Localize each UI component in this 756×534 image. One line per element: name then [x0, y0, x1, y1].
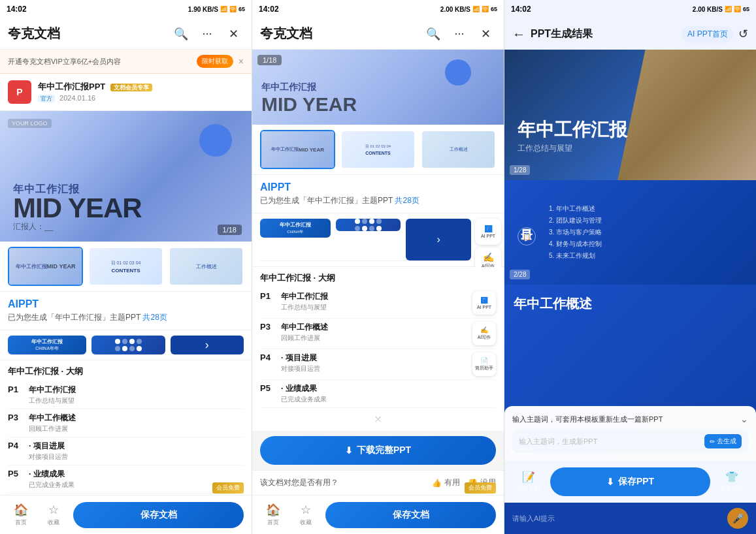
p3-slide2: 目录 📋 1. 年中工作概述 2. 团队建设与管理 3. 市场与客户策略 4. …	[504, 180, 756, 285]
p2-thumb-2[interactable]: 目 01 02 03 04 CONTENTS	[340, 130, 416, 169]
star-icon: ☆	[48, 503, 59, 517]
status-icons-2: 2.00 KB/S 📶 🛜 65	[440, 6, 497, 13]
p2-thumbnail-row: 年中工作汇报 MID YEAR 目 01 02 03 04 CONTENTS 工…	[252, 125, 504, 175]
outline-item-4: P5 · 业绩成果 已完成业务成果	[8, 465, 244, 494]
p3-slide1: 年中工作汇报 工作总结与展望 1/28	[504, 50, 756, 180]
p2-ppt-cards-container: 年中工作汇报CHINA年 › 🅿 AI PPT ✍ AI写作	[252, 213, 504, 267]
p3-placeholder-text: 输入主题词，生成新PPT	[519, 437, 700, 447]
p3-toc-item-4: 4. 财务与成本控制	[549, 238, 748, 250]
p3-slide3: 年中工作概述 3/28 输入主题词，可套用本模板重新生成一篇新PPT ⌄ 输入主…	[504, 285, 756, 461]
thumbup-icon: 👍	[432, 479, 442, 488]
ppt-preview-cards: 年中工作汇报CHINA年年 ›	[0, 330, 252, 360]
outline-content-4: · 业绩成果 已完成业务成果	[29, 469, 244, 490]
doc-item[interactable]: P 年中工作汇报PPT 文档会员专享 官方 2024.01.16	[0, 74, 252, 111]
feedback-text: 该文档对您是否有用？	[260, 477, 338, 488]
status-bar-3: 14:02 2.00 KB/S 📶 🛜 65	[504, 0, 756, 18]
more-button-2[interactable]: ···	[449, 24, 470, 44]
notif-close-btn[interactable]: ×	[238, 56, 244, 67]
outline-page-2: P3	[8, 413, 24, 422]
more-button[interactable]: ···	[197, 24, 218, 44]
panel-1: 14:02 1.90 KB/S 📶 🛜 65 夸克文档 🔍 ··· ✕ 开通夸克…	[0, 0, 252, 534]
thumb-contents[interactable]: 目 01 02 03 04 CONTENTS	[88, 247, 163, 286]
save-doc-btn-1[interactable]: 保存文档	[73, 502, 244, 528]
ppt-card-more[interactable]: ›	[171, 336, 244, 354]
p2-save-doc-btn[interactable]: 保存文档	[325, 502, 496, 528]
p3-refresh-icon[interactable]: ↺	[738, 27, 748, 41]
p3-dropdown-text: 输入主题词，可套用本模板重新生成一篇新PPT	[512, 415, 663, 424]
outline-page-1: P1	[8, 385, 24, 394]
download-icon: ⬇	[345, 445, 353, 456]
hero-circle-decoration	[199, 124, 232, 157]
ppt-card-1[interactable]: 年中工作汇报CHINA年年	[8, 336, 86, 354]
wifi-icon: 🛜	[229, 6, 237, 12]
p3-nav: ← PPT生成结果 AI PPT首页 ↺	[504, 18, 756, 50]
thumbnail-row: 年中工作汇报 MID YEAR 目 01 02 03 04 CONTENTS 工…	[0, 242, 252, 292]
outline-section: 年中工作汇报 · 大纲 P1 年中工作汇报 工作总结与展望 P3 年中工作概述 …	[0, 360, 252, 495]
nav-bar-1: 夸克文档 🔍 ··· ✕	[0, 18, 252, 50]
p2-tool-side-1[interactable]: 🅿 AI PPT	[472, 291, 496, 315]
p3-ai-prompt-btn[interactable]: 🎤	[727, 508, 748, 529]
p2-ppt-card-2[interactable]	[336, 219, 401, 231]
outline-content-2: 年中工作概述 回顾工作进展	[29, 413, 244, 433]
download-ppt-btn[interactable]: ⬇ 下载完整PPT	[260, 436, 496, 465]
p3-change-style-btn[interactable]: 👕 更换风格	[715, 471, 748, 493]
p2-outline-title: 年中工作汇报 · 大纲	[260, 272, 496, 284]
search-button[interactable]: 🔍	[171, 24, 191, 44]
thumb-work[interactable]: 工作概述	[169, 247, 244, 286]
vip-badge-2: 会员免费	[465, 482, 496, 494]
p2-home-icon: 🏠	[266, 503, 280, 517]
chevron-down-icon: ⌄	[740, 414, 748, 424]
close-button-2[interactable]: ✕	[475, 24, 496, 44]
p3-save-ppt-btn[interactable]: ⬇ 保存PPT	[550, 467, 710, 496]
close-button[interactable]: ✕	[223, 24, 244, 44]
p3-slide1-sub: 工作总结与展望	[518, 143, 627, 154]
signal-icon: 📶	[220, 6, 227, 12]
p3-export-doc-btn[interactable]: 📝 输出文档	[512, 471, 545, 493]
search-button-2[interactable]: 🔍	[423, 24, 444, 44]
p2-close-icon[interactable]: ×	[260, 408, 496, 431]
nav-collect-1[interactable]: ☆ 收藏	[41, 503, 67, 527]
thumb-work-content: 工作概述	[170, 248, 242, 285]
outline-page-4: P5	[8, 469, 24, 479]
nav-home-1[interactable]: 🏠 首页	[8, 503, 34, 527]
p2-nav-collect[interactable]: ☆ 收藏	[293, 503, 319, 527]
p2-tool-side-3[interactable]: 📄 简历助手	[472, 353, 496, 376]
outline-title: 年中工作汇报 · 大纲	[8, 366, 244, 377]
aippt-count: 共28页	[142, 313, 167, 322]
p3-slide2-pagenum: 2/28	[510, 270, 530, 279]
notif-action-btn[interactable]: 限时获取	[197, 55, 233, 68]
p2-ppt-card-1[interactable]: 年中工作汇报CHINA年	[260, 219, 331, 238]
vip-tag: 文档会员专享	[110, 84, 152, 91]
useful-btn[interactable]: 👍 有用	[432, 477, 460, 488]
status-icons-3: 2.00 KB/S 📶 🛜 65	[693, 6, 749, 13]
p2-page-badge: 1/18	[257, 55, 282, 65]
p2-ppt-cards: 年中工作汇报CHINA年 ›	[260, 219, 471, 261]
p2-ppt-card-3[interactable]: ›	[406, 219, 471, 260]
p2-tool-side-2[interactable]: ✍ AI写作	[472, 322, 496, 345]
doc-type-icon: P	[8, 80, 31, 104]
bottom-bar-2: 🏠 首页 ☆ 收藏 保存文档	[252, 495, 504, 534]
p2-nav-home[interactable]: 🏠 首页	[260, 503, 286, 527]
hero-main-title: 年中工作汇报 MID YEAR	[13, 184, 142, 222]
network-icon-2: 2.00 KB/S	[440, 6, 470, 13]
p3-back-btn[interactable]: ←	[512, 27, 525, 42]
p2-aippt-tool[interactable]: 🅿 AI PPT	[475, 219, 501, 245]
p3-generate-btn[interactable]: ✏ 去生成	[704, 434, 742, 448]
p3-contents-title: 目录	[519, 219, 534, 222]
p3-home-btn[interactable]: AI PPT首页	[682, 26, 733, 42]
p2-thumb-3[interactable]: 工作概述	[421, 130, 496, 169]
wifi-icon-3: 🛜	[734, 6, 741, 12]
p3-nav-title: PPT生成结果	[531, 27, 677, 41]
thumb-mid-year[interactable]: 年中工作汇报 MID YEAR	[8, 247, 83, 286]
ppt-card-2[interactable]	[91, 336, 165, 354]
wifi-icon-2: 🛜	[482, 6, 489, 12]
p3-dropdown[interactable]: 输入主题词，可套用本模板重新生成一篇新PPT ⌄	[512, 414, 748, 424]
time-3: 14:02	[511, 5, 531, 14]
p3-input-field[interactable]: 输入主题词，生成新PPT ✏ 去生成	[512, 430, 748, 453]
p2-outline-section: 年中工作汇报 · 大纲 P1 年中工作汇报 工作总结与展望 🅿 AI PPT P…	[252, 267, 504, 431]
outline-page-3: P4	[8, 441, 24, 450]
outline-content-1: 年中工作汇报 工作总结与展望	[29, 385, 244, 405]
status-icons-1: 1.90 KB/S 📶 🛜 65	[188, 6, 245, 13]
outline-content-3: · 项目进展 对接项目运营	[29, 441, 244, 462]
p2-thumb-1[interactable]: 年中工作汇报 MID YEAR	[260, 130, 335, 169]
